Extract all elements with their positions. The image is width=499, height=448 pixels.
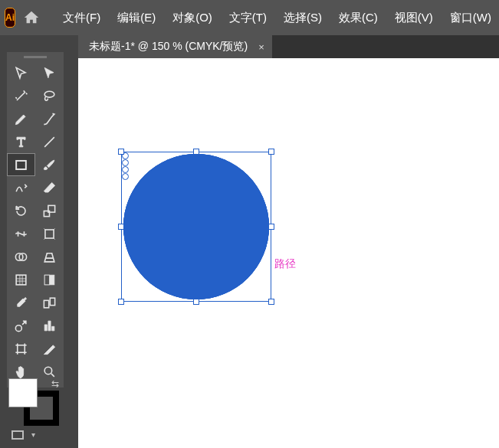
menu-bar: Ai 文件(F)编辑(E)对象(O)文字(T)选择(S)效果(C)视图(V)窗口… <box>0 0 499 35</box>
resize-handle[interactable] <box>268 224 274 230</box>
center-point-icon <box>193 224 199 229</box>
tool-panel: ⇆ ▾ <box>7 52 64 388</box>
live-corner-handle[interactable] <box>122 173 129 180</box>
scale-tool[interactable] <box>35 199 64 222</box>
shape-builder-tool[interactable] <box>7 245 35 268</box>
resize-handle[interactable] <box>118 149 124 155</box>
menu-item[interactable]: 对象(O) <box>165 8 220 28</box>
direct-selection-tool[interactable] <box>35 61 64 84</box>
home-icon[interactable] <box>23 9 40 26</box>
resize-handle[interactable] <box>118 299 124 305</box>
selection-tool[interactable] <box>7 61 35 84</box>
eyedropper-tool[interactable] <box>7 291 35 314</box>
paintbrush-tool[interactable] <box>35 153 64 176</box>
resize-handle[interactable] <box>193 299 199 305</box>
panel-grip-icon[interactable] <box>7 52 64 61</box>
menu-item[interactable]: 窗口(W) <box>442 8 499 28</box>
symbol-sprayer-tool[interactable] <box>7 314 35 337</box>
perspective-grid-tool[interactable] <box>35 245 64 268</box>
tool-grid <box>7 61 64 383</box>
curvature-tool[interactable] <box>35 107 64 130</box>
zoom-tool[interactable] <box>35 360 64 383</box>
pen-tool[interactable] <box>7 107 35 130</box>
menu-item[interactable]: 文件(F) <box>55 8 108 28</box>
document-tab[interactable]: 未标题-1* @ 150 % (CMYK/预览) × <box>78 35 272 58</box>
lasso-tool[interactable] <box>35 84 64 107</box>
menu-items: 文件(F)编辑(E)对象(O)文字(T)选择(S)效果(C)视图(V)窗口(W) <box>55 8 499 28</box>
menu-item[interactable]: 选择(S) <box>276 8 330 28</box>
close-icon[interactable]: × <box>258 41 264 53</box>
draw-mode-normal-icon[interactable] <box>11 430 24 440</box>
free-transform-tool[interactable] <box>35 222 64 245</box>
slice-tool[interactable] <box>35 337 64 360</box>
rotate-tool[interactable] <box>7 199 35 222</box>
menu-item[interactable]: 编辑(E) <box>110 8 163 28</box>
menu-item[interactable]: 文字(T) <box>222 8 274 28</box>
smart-guide-label: 路径 <box>274 257 296 271</box>
menu-item[interactable]: 效果(C) <box>331 8 386 28</box>
resize-handle[interactable] <box>268 299 274 305</box>
draw-mode-dropdown-icon[interactable]: ▾ <box>31 430 35 439</box>
fill-swatch[interactable] <box>8 378 38 407</box>
column-graph-tool[interactable] <box>35 314 64 337</box>
eraser-tool[interactable] <box>35 176 64 199</box>
rectangle-tool[interactable] <box>7 153 35 176</box>
shaper-tool[interactable] <box>7 176 35 199</box>
artboard-tool[interactable] <box>7 337 35 360</box>
tool-panel-wrap: ⇆ ▾ <box>0 35 78 448</box>
app-logo-icon: Ai <box>5 8 15 28</box>
line-segment-tool[interactable] <box>35 130 64 153</box>
live-corner-handle[interactable] <box>122 166 129 173</box>
menu-item[interactable]: 视图(V) <box>387 8 441 28</box>
blend-tool[interactable] <box>35 291 64 314</box>
type-tool[interactable] <box>7 130 35 153</box>
canvas[interactable]: 路径 <box>78 58 499 448</box>
width-tool[interactable] <box>7 222 35 245</box>
document-tab-title: 未标题-1* @ 150 % (CMYK/预览) <box>89 40 248 54</box>
selected-rectangle[interactable] <box>121 152 271 302</box>
document-tab-bar: 未标题-1* @ 150 % (CMYK/预览) × <box>78 35 499 58</box>
magic-wand-tool[interactable] <box>7 84 35 107</box>
resize-handle[interactable] <box>268 149 274 155</box>
gradient-tool[interactable] <box>35 268 64 291</box>
swap-fill-stroke-icon[interactable]: ⇆ <box>51 378 59 389</box>
mesh-tool[interactable] <box>7 268 35 291</box>
live-corner-handle[interactable] <box>122 159 129 166</box>
